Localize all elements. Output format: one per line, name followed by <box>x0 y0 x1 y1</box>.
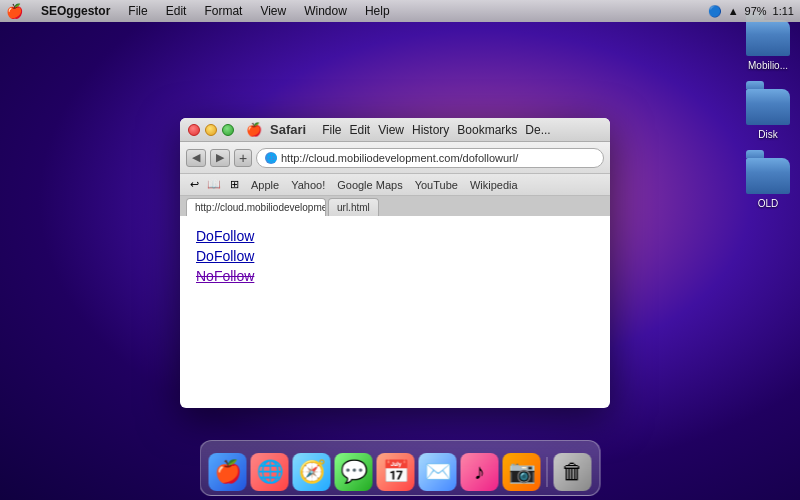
forward-button[interactable]: ▶ <box>210 149 230 167</box>
tab-label-url-html: url.html <box>337 202 370 213</box>
link-dofollow-2[interactable]: DoFollow <box>196 248 594 264</box>
bookmark-yahoo[interactable]: Yahoo! <box>286 179 330 191</box>
link-dofollow-1[interactable]: DoFollow <box>196 228 594 244</box>
grid-icon[interactable]: ⊞ <box>226 177 242 193</box>
bookmark-youtube[interactable]: YouTube <box>410 179 463 191</box>
desktop-icons: Mobilio... Disk OLD <box>746 20 790 209</box>
battery-status: 97% <box>745 5 767 17</box>
secure-icon: 🌐 <box>265 152 277 164</box>
safari-menu-history[interactable]: History <box>412 123 449 137</box>
dock-item-calendar[interactable]: 📅 <box>377 453 415 491</box>
dock-item-photo[interactable]: 📷 <box>503 453 541 491</box>
maximize-button[interactable] <box>222 124 234 136</box>
url-bar[interactable]: 🌐 http://cloud.mobiliodevelopment.com/do… <box>256 148 604 168</box>
desktop-icon-old[interactable]: OLD <box>746 158 790 209</box>
tab-url-html[interactable]: url.html <box>328 198 379 216</box>
dock-item-itunes[interactable]: ♪ <box>461 453 499 491</box>
menubar-help[interactable]: Help <box>361 4 394 18</box>
safari-menu-bookmarks[interactable]: Bookmarks <box>457 123 517 137</box>
bookmark-wikipedia[interactable]: Wikipedia <box>465 179 523 191</box>
safari-menu-file[interactable]: File <box>322 123 341 137</box>
new-tab-button[interactable]: + <box>234 149 252 167</box>
dock-item-safari[interactable]: 🧭 <box>293 453 331 491</box>
folder-icon-old <box>746 158 790 194</box>
apple-menu[interactable]: 🍎 <box>6 3 23 19</box>
link-nofollow-1[interactable]: NoFollow <box>196 268 594 284</box>
safari-title: Safari <box>270 122 306 137</box>
safari-menu-de[interactable]: De... <box>525 123 550 137</box>
menubar-view[interactable]: View <box>256 4 290 18</box>
dock-item-mail[interactable]: ✉️ <box>419 453 457 491</box>
desktop-icon-mobilio[interactable]: Mobilio... <box>746 20 790 71</box>
safari-menus: File Edit View History Bookmarks De... <box>322 123 551 137</box>
tab-label-current: http://cloud.mobiliodevelopment.... <box>195 202 326 213</box>
safari-titlebar: 🍎 Safari File Edit View History Bookmark… <box>180 118 610 142</box>
icon-label-disk: Disk <box>758 129 777 140</box>
clock: 1:11 <box>773 5 794 17</box>
dock-item-trash[interactable]: 🗑 <box>554 453 592 491</box>
safari-apple-icon: 🍎 <box>246 122 262 137</box>
safari-toolbar: ◀ ▶ + 🌐 http://cloud.mobiliodevelopment.… <box>180 142 610 174</box>
menubar-file[interactable]: File <box>124 4 151 18</box>
bookmark-apple[interactable]: Apple <box>246 179 284 191</box>
menubar-status: 🔵 ▲ 97% 1:11 <box>708 5 794 18</box>
safari-menu-view[interactable]: View <box>378 123 404 137</box>
dock-item-chrome[interactable]: 🌐 <box>251 453 289 491</box>
dock-item-finder[interactable]: 🍎 <box>209 453 247 491</box>
close-button[interactable] <box>188 124 200 136</box>
bluetooth-icon: 🔵 <box>708 5 722 18</box>
folder-icon-disk <box>746 89 790 125</box>
dock-separator <box>547 457 548 487</box>
minimize-button[interactable] <box>205 124 217 136</box>
traffic-lights <box>188 124 234 136</box>
icon-label-mobilio: Mobilio... <box>748 60 788 71</box>
bookmarks-bar: ↩ 📖 ⊞ Apple Yahoo! Google Maps YouTube W… <box>180 174 610 196</box>
bookmark-googlemaps[interactable]: Google Maps <box>332 179 407 191</box>
icon-label-old: OLD <box>758 198 779 209</box>
safari-window: 🍎 Safari File Edit View History Bookmark… <box>180 118 610 408</box>
tab-current[interactable]: http://cloud.mobiliodevelopment.... <box>186 198 326 216</box>
menubar: 🍎 SEOggestor File Edit Format View Windo… <box>0 0 800 22</box>
dock: 🍎 🌐 🧭 💬 📅 ✉️ ♪ 📷 🗑 <box>200 440 601 496</box>
menubar-window[interactable]: Window <box>300 4 351 18</box>
url-text: http://cloud.mobiliodevelopment.com/dofo… <box>281 152 518 164</box>
folder-icon-mobilio <box>746 20 790 56</box>
menubar-format[interactable]: Format <box>200 4 246 18</box>
safari-menu-edit[interactable]: Edit <box>349 123 370 137</box>
desktop-icon-disk[interactable]: Disk <box>746 89 790 140</box>
safari-tabs: http://cloud.mobiliodevelopment.... url.… <box>180 196 610 216</box>
bookmarks-icon[interactable]: 📖 <box>206 177 222 193</box>
reading-list-icon[interactable]: ↩ <box>186 177 202 193</box>
dock-item-messages[interactable]: 💬 <box>335 453 373 491</box>
menubar-app[interactable]: SEOggestor <box>37 4 114 18</box>
menubar-edit[interactable]: Edit <box>162 4 191 18</box>
back-button[interactable]: ◀ <box>186 149 206 167</box>
wifi-icon: ▲ <box>728 5 739 17</box>
safari-content: DoFollow DoFollow NoFollow <box>180 216 610 296</box>
